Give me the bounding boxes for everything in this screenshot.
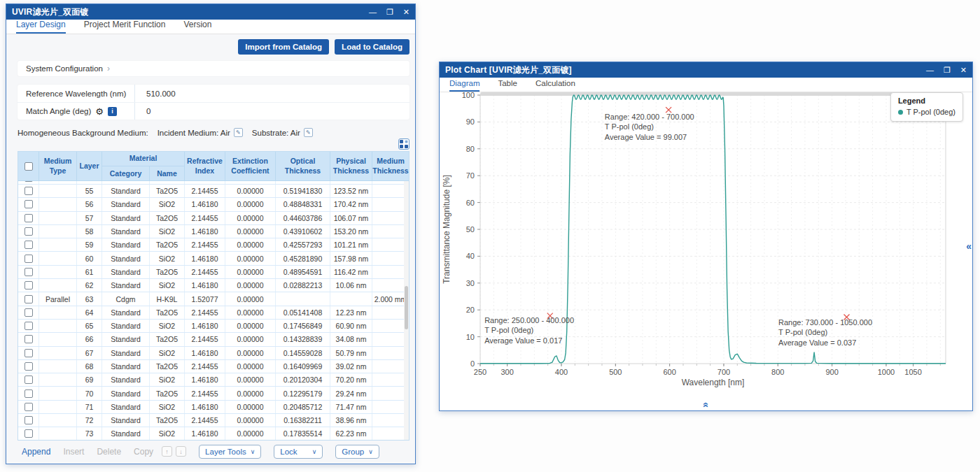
gear-icon[interactable]: ⚙: [95, 107, 104, 116]
group-dropdown[interactable]: Group∨: [335, 445, 379, 459]
table-layout-icon[interactable]: [398, 138, 410, 150]
table-scrollbar-thumb[interactable]: [405, 286, 408, 329]
header-medium-thickness: MediumThickness: [372, 152, 409, 181]
system-configuration-label: System Configuration: [26, 64, 103, 73]
minimize-icon[interactable]: —: [369, 8, 377, 16]
row-checkbox[interactable]: [24, 349, 33, 357]
cell-medium-type: Parallel: [39, 292, 77, 305]
layer-tools-dropdown[interactable]: Layer Tools∨: [199, 445, 261, 459]
row-checkbox[interactable]: [24, 268, 33, 276]
row-checkbox[interactable]: [24, 255, 33, 263]
row-checkbox[interactable]: [24, 181, 33, 182]
svg-text:Wavelength [nm]: Wavelength [nm]: [682, 378, 745, 387]
row-checkbox[interactable]: [24, 214, 33, 222]
cell-category: Standard: [102, 333, 150, 345]
edit-icon[interactable]: ✎: [234, 128, 243, 137]
maximize-icon[interactable]: ❐: [944, 66, 951, 74]
cell-physical: 106.07 nm: [330, 212, 372, 224]
cell-category: Standard: [102, 225, 150, 238]
match-angle-value[interactable]: 0: [135, 107, 150, 115]
cell-refractive: 1.46180: [185, 373, 225, 386]
cell-extinction: 0.00000: [225, 238, 276, 251]
cell-layer: 72: [77, 414, 102, 427]
row-checkbox[interactable]: [24, 362, 33, 371]
close-icon[interactable]: ✕: [960, 66, 967, 74]
row-checkbox[interactable]: [24, 281, 33, 289]
tab-version[interactable]: Version: [183, 20, 211, 34]
tab-calculation[interactable]: Calculation: [536, 79, 575, 92]
row-checkbox[interactable]: [24, 403, 33, 411]
lock-dropdown[interactable]: Lock∨: [274, 445, 323, 459]
tab-diagram[interactable]: Diagram: [449, 79, 479, 92]
expand-bottom-icon[interactable]: «: [701, 402, 711, 408]
cell-layer: 57: [77, 212, 102, 224]
match-angle-label: Match Angle (deg) ⚙ i: [18, 103, 135, 120]
copy-button[interactable]: Copy: [134, 447, 153, 457]
tab-project-merit-function[interactable]: Project Merit Function: [84, 20, 166, 34]
row-checkbox[interactable]: [24, 295, 33, 303]
cell-medium-type: [39, 427, 77, 440]
delete-button[interactable]: Delete: [97, 447, 121, 457]
import-from-catalog-button[interactable]: Import from Catalog: [238, 39, 329, 55]
cell-optical: 0.05141408: [276, 306, 330, 319]
svg-text:20: 20: [466, 306, 475, 314]
plot-chart-window: Plot Chart [UVIR滤光片_双面镀] — ❐ ✕ Diagram T…: [439, 62, 973, 411]
table-scrollbar[interactable]: [404, 181, 409, 440]
cell-medium-type: [39, 238, 77, 251]
row-checkbox[interactable]: [24, 335, 33, 343]
load-to-catalog-button[interactable]: Load to Catalog: [335, 39, 410, 55]
right-titlebar[interactable]: Plot Chart [UVIR滤光片_双面镀] — ❐ ✕: [440, 62, 972, 78]
cell-category: Standard: [102, 414, 150, 427]
minimize-icon[interactable]: —: [926, 66, 934, 74]
insert-button[interactable]: Insert: [63, 447, 84, 457]
table-row: 56StandardSiO21.461800.000000.4884833117…: [18, 198, 409, 211]
tab-layer-design[interactable]: Layer Design: [16, 20, 66, 34]
cell-name: Ta2O5: [150, 212, 185, 224]
left-titlebar[interactable]: UVIR滤光片_双面镀 — ❐ ✕: [6, 4, 415, 20]
cell-optical: 0.17456849: [276, 320, 330, 332]
move-down-button[interactable]: ↓: [176, 446, 186, 457]
cell-extinction: 0.00000: [225, 387, 276, 399]
row-checkbox[interactable]: [24, 429, 33, 438]
cell-medium-type: [39, 347, 77, 359]
cell-layer: 66: [77, 333, 102, 345]
row-checkbox[interactable]: [24, 389, 33, 398]
svg-text:Range: 420.000 - 700.000: Range: 420.000 - 700.000: [605, 113, 694, 121]
cell-category: Standard: [102, 198, 150, 210]
row-checkbox[interactable]: [24, 376, 33, 384]
system-configuration-header[interactable]: System Configuration ›: [18, 61, 410, 76]
row-checkbox[interactable]: [24, 241, 33, 249]
row-checkbox[interactable]: [24, 322, 33, 330]
info-icon[interactable]: i: [108, 107, 117, 116]
row-checkbox[interactable]: [24, 187, 33, 195]
cell-refractive: 1.46180: [185, 225, 225, 238]
maximize-icon[interactable]: ❐: [386, 8, 393, 16]
row-checkbox[interactable]: [24, 200, 33, 208]
svg-text:0: 0: [470, 359, 475, 368]
chart-legend: Legend T P-pol (0deg): [890, 92, 963, 122]
row-checkbox[interactable]: [24, 416, 33, 424]
row-checkbox[interactable]: [24, 308, 33, 317]
close-icon[interactable]: ✕: [403, 8, 410, 16]
table-row: 65StandardSiO21.461800.000000.1745684960…: [18, 320, 409, 333]
cell-category: Standard: [102, 185, 150, 197]
cell-extinction: 0.00000: [225, 320, 276, 332]
append-button[interactable]: Append: [22, 447, 50, 457]
reference-wavelength-value[interactable]: 510.000: [135, 90, 176, 98]
cell-layer: 63: [77, 292, 102, 305]
cell-layer: 71: [77, 401, 102, 413]
select-all-checkbox[interactable]: [24, 162, 33, 171]
collapse-panel-icon[interactable]: «: [966, 241, 972, 251]
table-row: 68StandardTa2O52.144550.000000.164099693…: [18, 360, 409, 373]
chevron-down-icon: ∨: [251, 448, 255, 455]
tab-table[interactable]: Table: [498, 79, 517, 92]
cell-extinction: 0.00000: [225, 333, 276, 345]
svg-text:900: 900: [825, 368, 838, 376]
header-material: Material: [102, 152, 185, 166]
row-checkbox[interactable]: [24, 227, 33, 236]
edit-icon[interactable]: ✎: [304, 128, 313, 137]
move-up-button[interactable]: ↑: [162, 446, 172, 457]
cell-refractive: 2.14455: [185, 387, 225, 399]
cell-extinction: 0.00000: [225, 185, 276, 197]
cell-optical: 0.16409969: [276, 360, 330, 373]
